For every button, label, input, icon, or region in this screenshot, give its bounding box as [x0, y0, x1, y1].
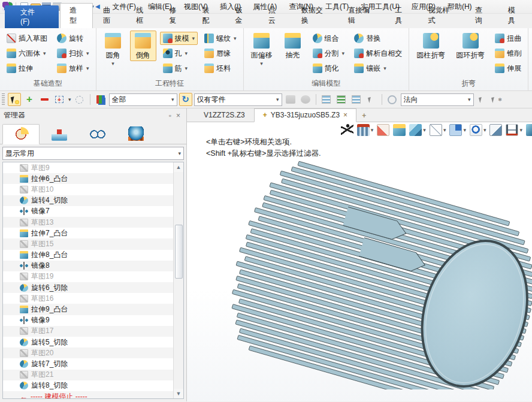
pick-box-dropdown-icon[interactable]: ▾ — [68, 96, 71, 102]
ribbon-tab-装配[interactable]: 装配 — [193, 4, 225, 28]
pick-lasso-button[interactable] — [73, 93, 86, 106]
pick-options-button[interactable]: ✱ — [491, 93, 504, 106]
tree-item-拉伸6_凸台[interactable]: 拉伸6_凸台 — [3, 173, 173, 184]
ribbon-button-圆柱折弯[interactable]: 圆柱折弯 — [413, 31, 449, 61]
tree-item-旋转7_切除[interactable]: 旋转7_切除 — [3, 358, 173, 369]
ribbon-tab-查询[interactable]: 查询 — [466, 4, 498, 28]
chevron-down-icon[interactable]: ▾ — [111, 61, 114, 67]
tree-item-镜像7[interactable]: 镜像7 — [3, 206, 173, 217]
chevron-down-icon[interactable]: ▾ — [86, 50, 89, 56]
ribbon-tab-直接编辑[interactable]: 直接编辑 — [339, 4, 385, 28]
ribbon-tab-钣金[interactable]: 钣金 — [226, 4, 258, 28]
tree-item-镜像9[interactable]: 镜像9 — [3, 315, 173, 326]
ribbon-button-抽壳[interactable]: 抽壳 — [280, 31, 306, 61]
offset-toggle-2-button[interactable] — [299, 93, 312, 106]
pick-target-button[interactable] — [476, 93, 489, 106]
ribbon-tab-数据交换[interactable]: 数据交换 — [292, 4, 338, 28]
tree-scrollbar[interactable]: ▲ ▼ — [173, 162, 183, 398]
pick-scope-combobox[interactable]: 仅有零件▾ — [194, 93, 282, 106]
pick-arrow-button[interactable] — [365, 93, 378, 106]
ribbon-button-替换[interactable]: 替换 — [351, 32, 405, 45]
tree-item-拉伸7_凸台[interactable]: 拉伸7_凸台 — [3, 228, 173, 238]
tree-item-草图13[interactable]: 草图13 — [3, 217, 173, 228]
ribbon-button-孔[interactable]: 孔▾ — [160, 47, 198, 60]
color-filter-button[interactable] — [94, 93, 107, 106]
chevron-down-icon[interactable]: ▾ — [383, 65, 386, 71]
ribbon-tab-视觉样式[interactable]: 视觉样式 — [419, 4, 464, 28]
graphics-canvas[interactable]: <单击右键>环境相关选项. <Shift +鼠标右键>显示选择过滤器. ▾▾▾▾… — [187, 122, 532, 401]
ribbon-tab-修复[interactable]: 修复 — [160, 4, 192, 28]
tree-item-草图21[interactable]: 草图21 — [3, 370, 173, 380]
ribbon-button-坯料[interactable]: 坯料 — [201, 62, 240, 75]
normal-direction-combobox[interactable]: 法向▾ — [401, 93, 474, 106]
reorient-gyro-button[interactable] — [386, 93, 399, 106]
motor-housing-model[interactable] — [187, 122, 532, 389]
pick-box-button[interactable]: + — [53, 93, 66, 106]
document-tab-YB3-315juzuoSB5.Z3[interactable]: +YB3-315juzuoSB5.Z3× — [254, 108, 356, 122]
entity-filter-combobox[interactable]: 全部▾ — [109, 93, 177, 106]
tree-item-草图19[interactable]: 草图19 — [3, 271, 173, 282]
manager-close-button[interactable]: × — [174, 111, 183, 120]
ribbon-button-面偏移[interactable]: 面偏移▾ — [247, 31, 276, 67]
offset-toggle-1-button[interactable] — [284, 93, 297, 106]
chevron-down-icon[interactable]: ▾ — [185, 50, 188, 56]
manager-visibility-tab[interactable] — [79, 123, 116, 144]
ribbon-button-旋转[interactable]: 旋转 — [54, 32, 92, 45]
chevron-down-icon[interactable]: ▾ — [260, 61, 263, 67]
ribbon-button-放样[interactable]: 放样▾ — [54, 62, 92, 75]
ribbon-tab-线框[interactable]: 线框 — [127, 4, 159, 28]
ribbon-button-扫掠[interactable]: 扫掠▾ — [54, 47, 92, 60]
scroll-up-icon[interactable]: ▲ — [174, 162, 183, 172]
ribbon-tab-模具[interactable]: 模具 — [499, 4, 531, 28]
ribbon-tab-点云[interactable]: 点云 — [259, 4, 291, 28]
tree-item-草图9[interactable]: 草图9 — [3, 162, 173, 173]
ribbon-button-倒角[interactable]: 倒角 — [130, 31, 156, 61]
ribbon-button-组合[interactable]: 组合 — [310, 32, 348, 45]
tree-item-旋转6_切除[interactable]: 旋转6_切除 — [3, 282, 173, 293]
tree-item-旋转8_切除[interactable]: 旋转8_切除 — [3, 380, 173, 391]
pick-filter-button[interactable] — [8, 93, 21, 106]
new-tab-button[interactable]: + — [357, 110, 371, 122]
ribbon-tab-工具[interactable]: 工具 — [386, 4, 418, 28]
ribbon-tab-造型[interactable]: 造型 — [60, 3, 93, 28]
ribbon-button-筋[interactable]: 筋▾ — [160, 62, 198, 75]
ribbon-button-伸展[interactable]: 伸展 — [492, 62, 524, 75]
ribbon-button-镶嵌[interactable]: 镶嵌▾ — [351, 62, 405, 75]
ribbon-button-螺纹[interactable]: 螺纹▾ — [201, 32, 240, 45]
ribbon-button-圆角[interactable]: 圆角▾ — [100, 31, 126, 67]
remove-from-pick-button[interactable] — [38, 93, 51, 106]
ribbon-button-圆环折弯[interactable]: 圆环折弯 — [452, 31, 488, 61]
tree-item-草图10[interactable]: 草图10 — [3, 184, 173, 195]
ribbon-button-锥削[interactable]: 锥削 — [492, 47, 524, 60]
scroll-thumb[interactable] — [175, 225, 183, 279]
pick-from-list-button[interactable] — [335, 93, 348, 106]
ribbon-button-解析自相交[interactable]: 解析自相交 — [351, 47, 405, 60]
chevron-down-icon[interactable]: ▾ — [185, 65, 188, 71]
tree-item-草图17[interactable]: 草图17 — [3, 326, 173, 337]
auto-swap-button[interactable]: ↻ — [179, 93, 192, 106]
ribbon-button-拔模[interactable]: 拔模▾ — [160, 32, 198, 45]
manager-material-tab[interactable] — [117, 123, 155, 144]
ribbon-button-拉伸[interactable]: 拉伸 — [4, 62, 50, 75]
tree-item-拉伸9_凸台[interactable]: 拉伸9_凸台 — [3, 304, 173, 315]
toolbar-grip[interactable] — [2, 93, 5, 105]
chevron-down-icon[interactable]: ▾ — [43, 50, 46, 56]
ribbon-tab-曲面[interactable]: 曲面 — [94, 4, 126, 28]
tree-item-草图16[interactable]: 草图16 — [3, 293, 173, 304]
tree-item-镜像8[interactable]: 镜像8 — [3, 261, 173, 271]
close-icon[interactable]: × — [343, 111, 347, 119]
ribbon-button-简化[interactable]: 简化 — [310, 62, 348, 75]
tree-item------ 建模停止 -----[interactable]: ←----- 建模停止 ----- — [3, 391, 173, 399]
ribbon-button-插入草图[interactable]: 插入草图 — [4, 32, 50, 45]
tree-item-草图15[interactable]: 草图15 — [3, 238, 173, 249]
tree-item-旋转4_切除[interactable]: 旋转4_切除 — [3, 195, 173, 206]
chevron-down-icon[interactable]: ▾ — [234, 35, 237, 41]
tree-item-旋转5_切除[interactable]: 旋转5_切除 — [3, 337, 173, 347]
ribbon-button-分割[interactable]: 分割▾ — [310, 47, 348, 60]
ribbon-tab-文件(F)[interactable]: 文件(F) — [5, 5, 59, 28]
tree-filter-combobox[interactable]: 显示常用 ▾ — [2, 147, 184, 160]
scroll-down-icon[interactable]: ▼ — [174, 389, 183, 398]
ribbon-button-唇缘[interactable]: 唇缘 — [201, 47, 240, 60]
chevron-down-icon[interactable]: ▾ — [86, 65, 89, 71]
manager-constraint-tab[interactable] — [41, 123, 78, 144]
